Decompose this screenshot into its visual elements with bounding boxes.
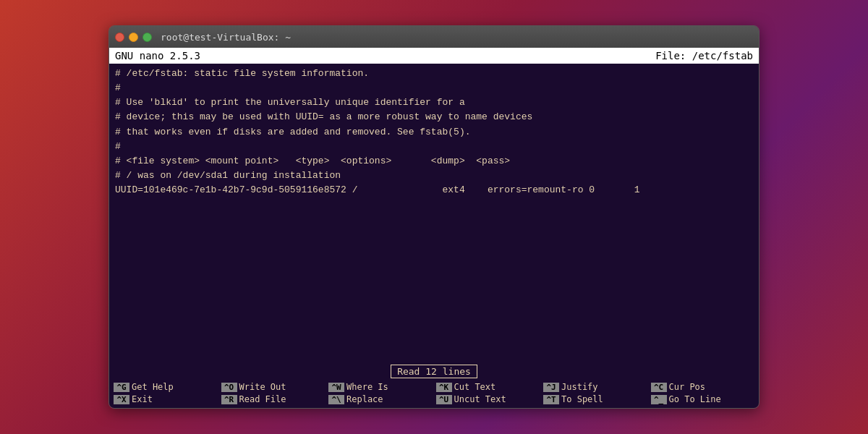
label-justify: Justify	[561, 382, 598, 392]
label-to-spell: To Spell	[561, 394, 603, 404]
key-read-file: ^R	[221, 395, 237, 404]
label-exit: Exit	[132, 394, 153, 404]
label-cur-pos: Cur Pos	[669, 382, 706, 392]
footer-item-read-file[interactable]: ^R Read File	[220, 393, 327, 405]
footer-item-justify[interactable]: ^J Justify	[542, 381, 649, 393]
key-uncut-text: ^U	[436, 395, 452, 404]
nano-version: GNU nano 2.5.3	[115, 50, 200, 61]
footer-item-replace[interactable]: ^\ Replace	[327, 393, 434, 405]
maximize-button[interactable]	[142, 33, 152, 42]
titlebar: root@test-VirtualBox: ~	[109, 26, 759, 48]
key-write-out: ^O	[221, 383, 237, 392]
nano-footer: ^G Get Help ^O Write Out ^W Where Is ^K …	[109, 380, 759, 408]
footer-item-exit[interactable]: ^X Exit	[112, 393, 219, 405]
status-message: Read 12 lines	[391, 365, 477, 378]
label-cut-text: Cut Text	[454, 382, 496, 392]
nano-filename: File: /etc/fstab	[655, 50, 753, 61]
footer-item-cur-pos[interactable]: ^C Cur Pos	[650, 381, 757, 393]
key-to-spell: ^T	[543, 395, 559, 404]
key-cut-text: ^K	[436, 383, 452, 392]
nano-header: GNU nano 2.5.3 File: /etc/fstab	[109, 48, 759, 64]
window-title: root@test-VirtualBox: ~	[161, 32, 291, 43]
terminal-window: root@test-VirtualBox: ~ GNU nano 2.5.3 F…	[109, 25, 760, 409]
key-justify: ^J	[543, 383, 559, 392]
label-uncut-text: Uncut Text	[454, 394, 506, 404]
key-cur-pos: ^C	[651, 383, 667, 392]
label-get-help: Get Help	[132, 382, 174, 392]
footer-item-to-spell[interactable]: ^T To Spell	[542, 393, 649, 405]
label-where-is: Where Is	[346, 382, 388, 392]
footer-item-uncut-text[interactable]: ^U Uncut Text	[435, 393, 542, 405]
key-go-to-line: ^_	[651, 395, 667, 404]
label-go-to-line: Go To Line	[669, 394, 721, 404]
key-get-help: ^G	[114, 383, 129, 392]
footer-item-where-is[interactable]: ^W Where Is	[327, 381, 434, 393]
key-replace: ^\	[328, 395, 344, 404]
label-read-file: Read File	[239, 394, 286, 404]
status-bar: Read 12 lines	[109, 363, 759, 380]
key-where-is: ^W	[328, 383, 344, 392]
editor-content: # /etc/fstab: static file system informa…	[115, 67, 753, 197]
footer-item-go-to-line[interactable]: ^_ Go To Line	[650, 393, 757, 405]
label-replace: Replace	[346, 394, 383, 404]
key-exit: ^X	[114, 395, 129, 404]
close-button[interactable]	[115, 33, 124, 42]
minimize-button[interactable]	[129, 33, 138, 42]
editor-body[interactable]: # /etc/fstab: static file system informa…	[109, 64, 759, 363]
footer-item-get-help[interactable]: ^G Get Help	[112, 381, 219, 393]
footer-item-cut-text[interactable]: ^K Cut Text	[435, 381, 542, 393]
footer-item-write-out[interactable]: ^O Write Out	[220, 381, 327, 393]
label-write-out: Write Out	[239, 382, 286, 392]
